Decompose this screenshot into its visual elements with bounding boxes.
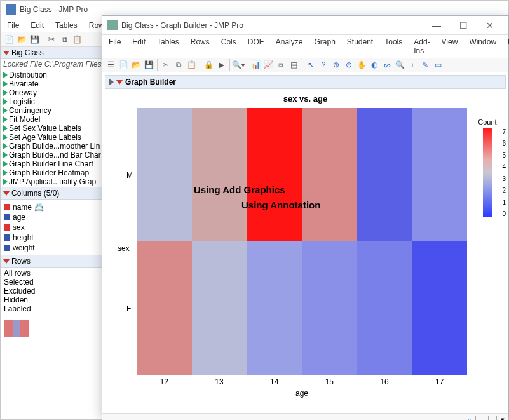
tree-item[interactable]: Oneway	[1, 88, 114, 97]
lock-icon[interactable]: 🔒	[203, 59, 214, 71]
cell-M-16[interactable]	[357, 108, 412, 241]
status-icon[interactable]	[488, 416, 497, 421]
home-icon[interactable]: ⌂	[467, 416, 472, 421]
copy-icon[interactable]: ⧉	[173, 59, 184, 71]
column-item[interactable]: height	[4, 233, 111, 243]
cell-M-13[interactable]	[192, 108, 247, 241]
tree-item[interactable]: Graph Builde...nd Bar Char	[1, 151, 114, 159]
menu-cols[interactable]: Cols	[219, 36, 239, 57]
column-item[interactable]: name📇	[4, 202, 111, 212]
paste-icon[interactable]: 📋	[186, 59, 197, 71]
tree-item[interactable]: Set Age Value Labels	[1, 133, 114, 142]
hotspot-icon[interactable]	[116, 80, 123, 85]
crosshair2-icon[interactable]: ＋	[407, 59, 418, 71]
annotate-tool-icon[interactable]: ✎	[419, 59, 431, 71]
magnify-tool-icon[interactable]: 🔍	[394, 59, 405, 71]
menu-edit[interactable]: Edit	[28, 20, 46, 31]
sidebar-header[interactable]: Big Class	[1, 47, 114, 59]
cell-F-16[interactable]	[357, 241, 412, 375]
annotation-add-graphics[interactable]: Using Add Graphics	[194, 184, 285, 195]
menu-graph[interactable]: Graph	[311, 36, 337, 57]
open-icon[interactable]: 📂	[16, 34, 27, 45]
thumbnail[interactable]	[4, 320, 29, 337]
brush-tool-icon[interactable]: ◐	[369, 59, 380, 71]
column-item[interactable]: weight	[4, 243, 111, 253]
disclose-icon[interactable]	[109, 79, 114, 85]
copy-icon[interactable]: ⧉	[58, 34, 70, 45]
cell-M-14[interactable]	[247, 108, 302, 241]
chart4-icon[interactable]: ▤	[288, 59, 299, 71]
minimize-button[interactable]: —	[423, 20, 450, 30]
new-table-icon[interactable]: 📄	[118, 59, 129, 71]
annotation-text[interactable]: Using Annotation	[241, 200, 320, 210]
disclose-icon[interactable]	[3, 191, 10, 196]
cut-icon[interactable]: ✂	[46, 34, 57, 45]
maximize-button[interactable]: ☐	[450, 20, 477, 30]
save-icon[interactable]: 💾	[29, 34, 40, 45]
save-icon[interactable]: 💾	[143, 59, 154, 71]
shape-tool-icon[interactable]: ▭	[432, 59, 444, 71]
cut-icon[interactable]: ✂	[160, 59, 172, 71]
rows-item[interactable]: Labeled	[4, 304, 111, 313]
chart1-icon[interactable]: 📊	[250, 59, 261, 71]
rows-item[interactable]: Selected	[4, 278, 111, 287]
rows-item[interactable]: All rows	[4, 269, 111, 278]
rows-header[interactable]: Rows	[1, 255, 114, 268]
hand-tool-icon[interactable]: ✋	[356, 59, 367, 71]
scroll-tool-icon[interactable]: ⊙	[343, 59, 355, 71]
open-icon[interactable]: 📂	[130, 59, 142, 71]
disclose-icon[interactable]	[3, 259, 10, 264]
menu-file[interactable]: File	[106, 36, 123, 57]
menu-file[interactable]: File	[4, 20, 22, 31]
heatmap-plot[interactable]	[137, 108, 467, 375]
tree-item[interactable]: Bivariate	[1, 79, 114, 88]
menu-student[interactable]: Student	[344, 36, 376, 57]
chart3-icon[interactable]: ⧈	[275, 59, 287, 71]
cell-M-12[interactable]	[137, 108, 192, 241]
zoom-icon[interactable]: 🔍▾	[233, 59, 244, 71]
menu-addins[interactable]: Add-Ins	[411, 36, 432, 57]
menu-doe[interactable]: DOE	[245, 36, 267, 57]
new-icon[interactable]: 📄	[3, 34, 15, 45]
menu-window[interactable]: Window	[466, 36, 499, 57]
tree-item[interactable]: Contingency	[1, 106, 114, 115]
cell-M-17[interactable]	[412, 108, 467, 241]
menu-analyze[interactable]: Analyze	[273, 36, 306, 57]
cell-F-12[interactable]	[137, 241, 192, 375]
cell-F-17[interactable]	[412, 241, 467, 375]
tree-item[interactable]: Graph Builder Line Chart	[1, 159, 114, 168]
menu-rows[interactable]: Rows	[188, 36, 212, 57]
status-icon[interactable]	[475, 416, 484, 421]
paste-icon[interactable]: 📋	[71, 34, 83, 45]
menu-tables[interactable]: Tables	[154, 36, 182, 57]
rows-item[interactable]: Hidden	[4, 295, 111, 304]
lasso-tool-icon[interactable]: ᔕ	[381, 59, 393, 71]
menu-help[interactable]: Help	[505, 36, 509, 57]
tree-item[interactable]: Set Sex Value Labels	[1, 124, 114, 133]
tree-item[interactable]: Logistic	[1, 97, 114, 106]
minimize-button[interactable]: —	[478, 5, 503, 14]
new-icon[interactable]: ☰	[105, 59, 116, 71]
color-legend[interactable]: Count 7 6 5 4 3 2 1 0	[473, 118, 502, 217]
menu-tables[interactable]: Tables	[53, 20, 80, 31]
run-icon[interactable]: ▶	[215, 59, 227, 71]
column-item[interactable]: sex	[4, 222, 111, 233]
tree-item[interactable]: Distribution	[1, 71, 114, 79]
cell-F-14[interactable]	[247, 241, 302, 375]
arrow-tool-icon[interactable]: ↖	[305, 59, 316, 71]
front-titlebar[interactable]: Big Class - Graph Builder - JMP Pro — ☐ …	[102, 16, 508, 35]
menu-view[interactable]: View	[439, 36, 461, 57]
disclose-icon[interactable]	[3, 51, 10, 55]
chevron-down-icon[interactable]: ▾	[501, 416, 505, 420]
tree-item[interactable]: Fit Model	[1, 115, 114, 124]
menu-tools[interactable]: Tools	[382, 36, 405, 57]
help-tool-icon[interactable]: ?	[318, 59, 329, 71]
columns-header[interactable]: Columns (5/0)	[1, 187, 114, 200]
tree-item[interactable]: JMP Applicat...uality Grap	[1, 177, 114, 186]
graph-builder-header[interactable]: Graph Builder	[105, 75, 506, 89]
cell-F-13[interactable]	[192, 241, 247, 375]
chart2-icon[interactable]: 📈	[262, 59, 274, 71]
close-button[interactable]: ✕	[477, 20, 503, 30]
crosshair-tool-icon[interactable]: ⊕	[330, 59, 342, 71]
tree-item[interactable]: Graph Builde...moother Lin	[1, 142, 114, 151]
